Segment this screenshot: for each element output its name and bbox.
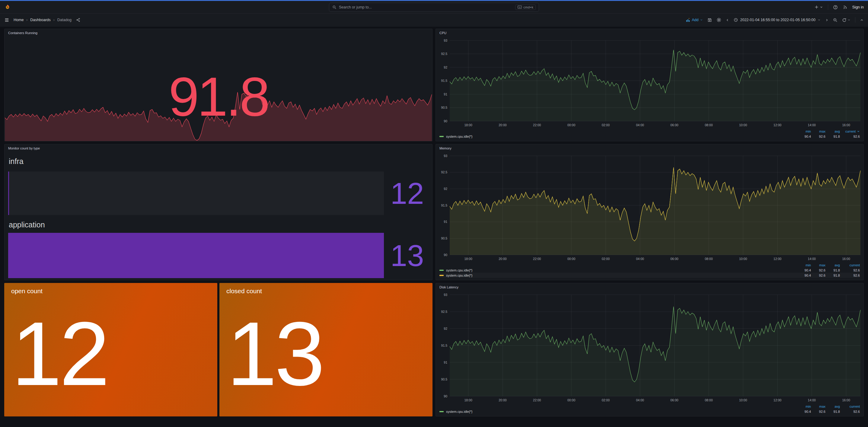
time-range-picker[interactable]: 2022-01-04 16:55:00 to 2022-01-05 16:50:… xyxy=(734,18,820,22)
menu-hamburger-icon[interactable] xyxy=(4,18,9,23)
add-panel-button[interactable]: Add xyxy=(686,18,703,22)
chevron-down-icon xyxy=(700,19,703,22)
svg-text:22:00: 22:00 xyxy=(533,257,541,261)
search-placeholder: Search or jump to... xyxy=(339,5,513,9)
bar-track[interactable] xyxy=(8,233,384,278)
bar-track[interactable] xyxy=(8,172,384,215)
share-icon[interactable] xyxy=(76,18,80,22)
panel-title[interactable]: Monitor count by type xyxy=(4,144,432,152)
legend-sort-max[interactable]: max xyxy=(811,129,826,133)
stat-min: 90.4 xyxy=(797,269,811,272)
new-button[interactable] xyxy=(814,5,823,9)
bar-value-infra: 12 xyxy=(384,178,430,208)
help-button[interactable] xyxy=(833,5,838,10)
legend-series[interactable]: system.cpu.idle{*} xyxy=(439,410,797,414)
panel-title[interactable]: Memory xyxy=(436,144,864,152)
grafana-logo-icon[interactable] xyxy=(4,4,11,10)
svg-text:00:00: 00:00 xyxy=(567,398,575,402)
dashboard-settings-button[interactable] xyxy=(716,18,721,22)
panel-title[interactable]: closed count xyxy=(226,287,262,295)
stat-min: 90.4 xyxy=(797,274,811,277)
panel-disk-latency: Disk Latency 18:0020:0022:0000:0002:0004… xyxy=(435,283,864,417)
svg-text:90.5: 90.5 xyxy=(441,377,447,381)
panel-memory: Memory 18:0020:0022:0000:0002:0004:0006:… xyxy=(435,144,864,280)
svg-text:10:00: 10:00 xyxy=(739,257,747,261)
legend-series[interactable]: system.cpu.idle{*} xyxy=(439,274,797,277)
stat-avg: 91.8 xyxy=(826,269,840,272)
news-button[interactable] xyxy=(843,5,847,10)
breadcrumb-separator: › xyxy=(54,18,55,22)
dashboard-toolbar: Home › Dashboards › Datadog Add xyxy=(0,13,868,27)
svg-text:04:00: 04:00 xyxy=(636,257,644,261)
time-shift-back-button[interactable] xyxy=(726,19,729,22)
svg-text:90.5: 90.5 xyxy=(441,106,447,109)
legend-series[interactable]: system.cpu.idle{*} xyxy=(439,135,797,138)
svg-text:20:00: 20:00 xyxy=(499,257,506,261)
panel-title[interactable]: Containers Running xyxy=(4,29,432,37)
breadcrumb-dashboards[interactable]: Dashboards xyxy=(30,18,51,22)
memory-chart[interactable]: 18:0020:0022:0000:0002:0004:0006:0008:00… xyxy=(436,152,864,263)
legend-sort-current[interactable]: current xyxy=(840,129,860,133)
breadcrumb-current: Datadog xyxy=(57,18,71,22)
breadcrumb-home[interactable]: Home xyxy=(13,18,24,22)
legend-sort-max[interactable]: max xyxy=(811,405,826,408)
svg-text:02:00: 02:00 xyxy=(602,257,610,261)
breadcrumb: Home › Dashboards › Datadog xyxy=(13,18,80,22)
legend-sort-min[interactable]: min xyxy=(797,405,811,408)
series-swatch-icon xyxy=(439,275,444,276)
legend-sort-max[interactable]: max xyxy=(811,263,826,267)
refresh-button[interactable] xyxy=(842,18,850,22)
time-shift-forward-button[interactable] xyxy=(825,19,829,22)
series-swatch-icon xyxy=(439,270,444,271)
disk-legend: min max avg current system.cpu.idle{*} 9… xyxy=(436,404,864,416)
sign-in-button[interactable]: Sign in xyxy=(852,5,864,9)
zoom-out-time-button[interactable] xyxy=(833,18,838,22)
legend-series[interactable]: system.cpu.idle{*} xyxy=(439,269,797,272)
svg-text:14:00: 14:00 xyxy=(808,257,816,261)
svg-text:93: 93 xyxy=(444,39,447,42)
svg-text:90: 90 xyxy=(444,253,447,257)
disk-latency-chart[interactable]: 18:0020:0022:0000:0002:0004:0006:0008:00… xyxy=(436,291,864,404)
legend-sort-avg[interactable]: avg xyxy=(826,263,840,267)
svg-text:91: 91 xyxy=(444,220,447,223)
cpu-chart[interactable]: 18:0020:0022:0000:0002:0004:0006:0008:00… xyxy=(436,37,864,129)
svg-text:90.5: 90.5 xyxy=(441,237,447,240)
search-input[interactable]: Search or jump to... cmd+k xyxy=(329,3,539,12)
stat-current: 92.6 xyxy=(840,135,860,138)
legend-sort-min[interactable]: min xyxy=(797,263,811,267)
legend-sort-avg[interactable]: avg xyxy=(826,405,840,408)
panel-closed-count: closed count 13 xyxy=(219,283,433,417)
series-swatch-icon xyxy=(439,136,444,137)
legend-sort-current[interactable]: current xyxy=(840,405,860,408)
svg-text:10:00: 10:00 xyxy=(739,123,747,127)
panel-title[interactable]: open count xyxy=(11,287,42,295)
stat-max: 92.6 xyxy=(811,135,826,138)
chevron-down-icon xyxy=(817,19,820,22)
svg-text:16:00: 16:00 xyxy=(842,257,850,261)
svg-text:18:00: 18:00 xyxy=(464,257,472,261)
svg-text:12:00: 12:00 xyxy=(774,123,781,127)
save-dashboard-button[interactable] xyxy=(707,18,712,22)
svg-text:18:00: 18:00 xyxy=(464,123,472,127)
zoom-out-icon xyxy=(833,18,838,22)
panel-title[interactable]: Disk Latency xyxy=(436,283,864,291)
svg-text:92: 92 xyxy=(444,65,447,69)
collapse-toolbar-button[interactable] xyxy=(860,18,864,22)
svg-text:08:00: 08:00 xyxy=(705,123,713,127)
svg-text:91.5: 91.5 xyxy=(441,204,447,207)
svg-text:00:00: 00:00 xyxy=(567,257,575,261)
search-icon xyxy=(332,5,337,9)
legend-sort-current[interactable]: current xyxy=(840,263,860,267)
legend-sort-avg[interactable]: avg xyxy=(826,129,840,133)
svg-text:93: 93 xyxy=(444,154,447,158)
legend-sort-min[interactable]: min xyxy=(797,129,811,133)
panel-title[interactable]: CPU xyxy=(436,29,864,37)
svg-text:14:00: 14:00 xyxy=(808,123,816,127)
svg-text:04:00: 04:00 xyxy=(636,398,644,402)
angle-left-icon xyxy=(726,19,729,22)
chevron-down-icon xyxy=(847,19,850,22)
svg-text:00:00: 00:00 xyxy=(567,123,575,127)
svg-text:90: 90 xyxy=(444,394,447,398)
containers-sparkline-chart[interactable] xyxy=(5,92,432,141)
stat-avg: 91.8 xyxy=(826,135,840,138)
